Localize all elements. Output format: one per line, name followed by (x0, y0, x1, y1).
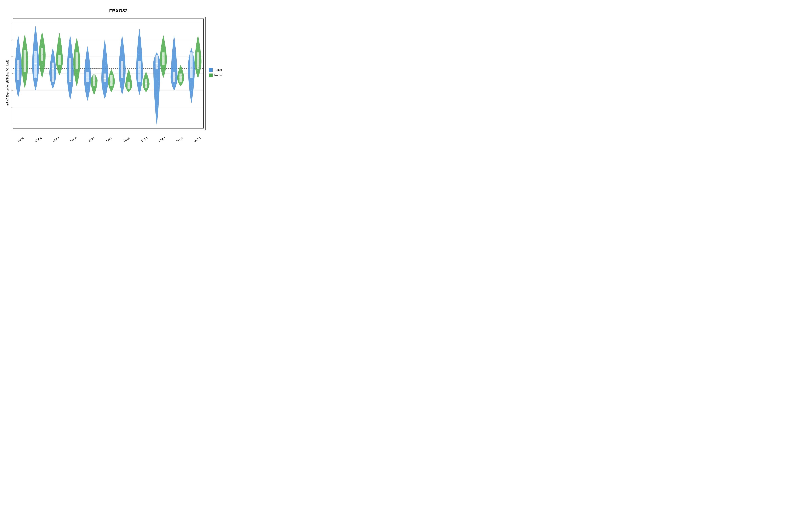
svg-rect-599 (128, 81, 129, 81)
svg-rect-201 (54, 70, 54, 70)
svg-rect-535 (121, 79, 121, 80)
svg-rect-390 (89, 59, 89, 60)
svg-rect-481 (106, 77, 106, 77)
svg-text:6: 6 (11, 89, 11, 92)
svg-rect-140 (36, 85, 37, 86)
svg-rect-943 (198, 76, 199, 76)
svg-rect-329 (79, 67, 80, 67)
svg-rect-365 (87, 93, 87, 94)
svg-rect-258 (59, 36, 59, 37)
svg-rect-438 (93, 87, 93, 88)
svg-rect-682 (145, 86, 145, 86)
svg-rect-686 (147, 78, 147, 78)
svg-rect-769 (161, 57, 162, 58)
svg-rect-49 (17, 64, 17, 65)
svg-rect-570 (126, 83, 127, 83)
svg-rect-94 (26, 64, 26, 64)
svg-rect-456 (104, 73, 104, 73)
svg-rect-789 (175, 70, 175, 70)
svg-rect-512 (112, 76, 113, 76)
svg-rect-700 (156, 95, 156, 95)
svg-rect-321 (77, 77, 77, 78)
svg-rect-835 (181, 68, 181, 68)
svg-rect-375 (88, 97, 88, 97)
svg-text:12: 12 (11, 38, 11, 41)
svg-rect-931 (198, 49, 198, 49)
svg-rect-349 (78, 72, 79, 72)
svg-rect-909 (198, 40, 199, 41)
svg-rect-449 (104, 56, 104, 56)
svg-rect-241 (59, 72, 60, 72)
svg-rect-488 (111, 83, 112, 84)
svg-rect-57 (18, 74, 19, 74)
svg-rect-358 (86, 72, 89, 82)
svg-rect-209 (55, 82, 55, 83)
svg-rect-92 (25, 86, 25, 87)
svg-rect-304 (68, 60, 68, 60)
svg-rect-868 (191, 99, 192, 100)
svg-rect-854 (182, 73, 183, 73)
svg-rect-698 (157, 94, 157, 95)
svg-rect-157 (42, 77, 43, 77)
svg-rect-195 (50, 76, 50, 76)
svg-rect-343 (75, 60, 75, 60)
svg-rect-921 (196, 53, 197, 54)
svg-rect-423 (95, 82, 95, 82)
svg-rect-61 (17, 61, 17, 61)
svg-rect-629 (139, 80, 139, 80)
svg-rect-871 (192, 69, 192, 70)
svg-rect-497 (112, 90, 112, 90)
svg-rect-678 (148, 78, 148, 79)
svg-rect-86 (23, 41, 24, 41)
svg-rect-940 (196, 47, 197, 47)
svg-rect-815 (172, 82, 173, 82)
svg-rect-745 (163, 52, 164, 52)
svg-rect-749 (164, 60, 164, 61)
svg-rect-495 (110, 71, 111, 71)
svg-rect-291 (72, 62, 73, 62)
svg-rect-801 (175, 78, 176, 78)
svg-rect-448 (105, 97, 105, 97)
svg-rect-719 (157, 112, 157, 113)
svg-rect-602 (129, 76, 130, 77)
svg-rect-592 (126, 84, 126, 85)
svg-rect-454 (105, 66, 105, 66)
svg-rect-126 (35, 89, 36, 89)
svg-rect-936 (198, 36, 198, 37)
svg-rect-39 (19, 63, 19, 63)
svg-rect-772 (163, 71, 163, 72)
svg-rect-163 (39, 48, 40, 49)
svg-rect-453 (105, 61, 106, 62)
svg-rect-325 (74, 53, 75, 53)
svg-rect-101 (26, 73, 26, 73)
svg-rect-70 (26, 51, 27, 51)
svg-rect-319 (79, 55, 80, 55)
svg-rect-767 (163, 56, 164, 56)
svg-rect-794 (174, 52, 175, 52)
svg-rect-483 (104, 50, 104, 50)
svg-rect-574 (129, 83, 129, 83)
svg-rect-384 (88, 100, 88, 100)
svg-rect-129 (35, 27, 36, 28)
svg-rect-879 (192, 76, 193, 77)
svg-rect-669 (147, 88, 147, 88)
svg-rect-674 (147, 88, 147, 89)
svg-rect-644 (141, 66, 142, 66)
svg-rect-529 (120, 75, 120, 76)
svg-rect-175 (42, 60, 42, 60)
svg-rect-132 (35, 65, 36, 66)
svg-rect-751 (160, 55, 161, 56)
svg-rect-148 (41, 48, 43, 61)
svg-rect-691 (146, 88, 146, 88)
svg-rect-332 (77, 83, 77, 83)
svg-rect-648 (138, 78, 138, 79)
svg-rect-121 (36, 34, 37, 34)
svg-rect-561 (121, 92, 122, 92)
svg-rect-60 (19, 44, 19, 44)
svg-rect-891 (190, 56, 191, 56)
svg-rect-269 (57, 56, 57, 57)
svg-rect-777 (163, 74, 163, 74)
svg-rect-734 (158, 87, 159, 87)
svg-rect-792 (173, 40, 174, 41)
svg-rect-597 (129, 90, 130, 90)
